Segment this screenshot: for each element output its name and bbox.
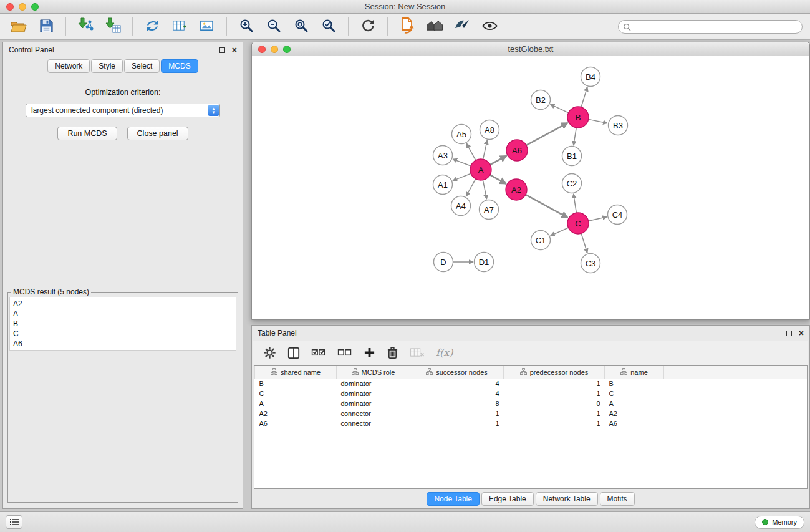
edge-B-B2[interactable] (551, 104, 569, 112)
column-header-predecessor-nodes[interactable]: predecessor nodes (504, 366, 605, 379)
table-cell[interactable]: dominator (337, 399, 410, 409)
edge-A-A4[interactable] (466, 179, 475, 196)
edge-C-C1[interactable] (551, 228, 569, 236)
import-network-button[interactable] (74, 17, 97, 37)
table-cell[interactable]: 1 (410, 418, 504, 428)
node-D1[interactable]: D1 (475, 253, 494, 272)
table-cell[interactable]: B (255, 379, 337, 389)
table-cell[interactable]: A (255, 399, 337, 409)
table-cell[interactable]: C (605, 389, 664, 399)
float-panel-icon[interactable] (219, 47, 225, 53)
tab-node-table[interactable]: Node Table (427, 492, 480, 506)
table-cell[interactable]: 1 (504, 379, 605, 389)
table-cell[interactable]: A6 (255, 418, 337, 428)
unselect-all-button[interactable] (337, 347, 352, 358)
zoom-window-button[interactable] (31, 3, 39, 11)
float-table-panel-icon[interactable] (786, 331, 792, 336)
export-network-button[interactable] (141, 17, 163, 37)
zoom-fit-button[interactable] (290, 17, 312, 37)
table-scroll-area[interactable]: shared nameMCDS rolesuccessor nodesprede… (254, 365, 808, 489)
edge-A-A8[interactable] (483, 140, 488, 159)
node-A5[interactable]: A5 (452, 125, 471, 144)
table-cell[interactable]: A6 (605, 418, 664, 428)
tab-network-table[interactable]: Network Table (536, 492, 598, 506)
result-item[interactable]: A2 (13, 299, 233, 309)
table-settings-button[interactable] (263, 346, 276, 359)
node-A3[interactable]: A3 (433, 146, 453, 165)
table-cell[interactable]: C (255, 389, 337, 399)
table-cell[interactable]: 4 (410, 379, 504, 389)
edge-A-A7[interactable] (483, 180, 486, 199)
result-item[interactable]: A (13, 309, 233, 319)
edge-A-A3[interactable] (453, 159, 471, 166)
edge-C-C4[interactable] (589, 217, 607, 221)
node-C1[interactable]: C1 (531, 231, 551, 250)
annotation-button[interactable] (451, 17, 473, 37)
run-mcds-button[interactable]: Run MCDS (57, 127, 117, 140)
zoom-in-button[interactable] (235, 17, 258, 37)
node-C3[interactable]: C3 (581, 254, 600, 273)
result-item[interactable]: B (13, 319, 233, 329)
table-cell[interactable]: A2 (605, 409, 664, 418)
table-cell[interactable]: A2 (255, 409, 337, 418)
column-header-shared-name[interactable]: shared name (255, 366, 337, 379)
export-table-button[interactable] (168, 17, 191, 37)
node-A1[interactable]: A1 (433, 175, 453, 195)
show-hide-button[interactable] (478, 17, 501, 37)
table-row[interactable]: Cdominator41C (255, 389, 808, 399)
column-header-MCDS-role[interactable]: MCDS role (337, 366, 410, 379)
node-A[interactable]: A (470, 159, 491, 180)
node-B[interactable]: B (567, 107, 589, 128)
table-cell[interactable]: B (605, 379, 664, 389)
edge-C-C2[interactable] (574, 194, 577, 213)
table-cell[interactable]: 1 (504, 409, 605, 418)
export-image-button[interactable] (196, 17, 218, 37)
table-cell[interactable]: 8 (410, 399, 504, 409)
column-header-successor-nodes[interactable]: successor nodes (410, 366, 504, 379)
close-window-button[interactable] (6, 3, 14, 11)
close-table-panel-icon[interactable]: × (799, 330, 804, 336)
network-zoom-button[interactable] (283, 46, 291, 53)
edge-B-B3[interactable] (589, 119, 607, 123)
select-all-button[interactable] (311, 347, 326, 358)
edge-A-A6[interactable] (490, 156, 506, 165)
minimize-window-button[interactable] (19, 3, 26, 11)
table-row[interactable]: Bdominator41B (255, 379, 808, 389)
tab-mcds[interactable]: MCDS (161, 59, 198, 73)
show-columns-button[interactable] (287, 347, 300, 359)
node-A7[interactable]: A7 (480, 200, 499, 220)
mcds-result-list[interactable]: A2ABCA6 (9, 297, 236, 351)
zoom-selected-button[interactable] (317, 17, 340, 37)
node-C4[interactable]: C4 (608, 205, 627, 225)
node-D[interactable]: D (434, 253, 453, 272)
node-B1[interactable]: B1 (562, 147, 582, 166)
close-panel-button[interactable]: Close panel (127, 127, 188, 140)
function-builder-button[interactable]: f(x) (436, 347, 453, 359)
node-B2[interactable]: B2 (531, 90, 551, 110)
node-C2[interactable]: C2 (562, 174, 582, 193)
table-cell[interactable]: 4 (410, 389, 504, 399)
close-panel-icon[interactable]: × (232, 47, 237, 53)
edge-A-A1[interactable] (453, 173, 471, 180)
table-row[interactable]: A6connector11A6 (255, 418, 808, 428)
tab-style[interactable]: Style (91, 59, 123, 73)
edge-A-A2[interactable] (490, 175, 506, 183)
search-input[interactable] (618, 20, 803, 34)
home-button[interactable] (423, 17, 446, 37)
network-canvas[interactable]: B4B2BB3A5A8A6A3B1AC2A1A2A4A7C4CC1C3DD1 (252, 56, 809, 319)
export-document-button[interactable] (396, 17, 418, 37)
tab-edge-table[interactable]: Edge Table (481, 492, 534, 506)
table-row[interactable]: Adominator80A (255, 399, 808, 409)
table-cell[interactable]: 1 (504, 389, 605, 399)
table-cell[interactable]: 0 (504, 399, 605, 409)
result-item[interactable]: C (13, 329, 233, 339)
refresh-button[interactable] (357, 17, 379, 37)
delete-row-button[interactable] (387, 346, 398, 359)
node-C[interactable]: C (567, 213, 589, 234)
network-window-titlebar[interactable]: testGlobe.txt (252, 42, 809, 56)
zoom-out-button[interactable] (263, 17, 285, 37)
node-A6[interactable]: A6 (506, 140, 528, 161)
open-session-button[interactable] (7, 17, 30, 37)
edge-A6-B[interactable] (526, 123, 567, 145)
tab-motifs[interactable]: Motifs (600, 492, 635, 506)
